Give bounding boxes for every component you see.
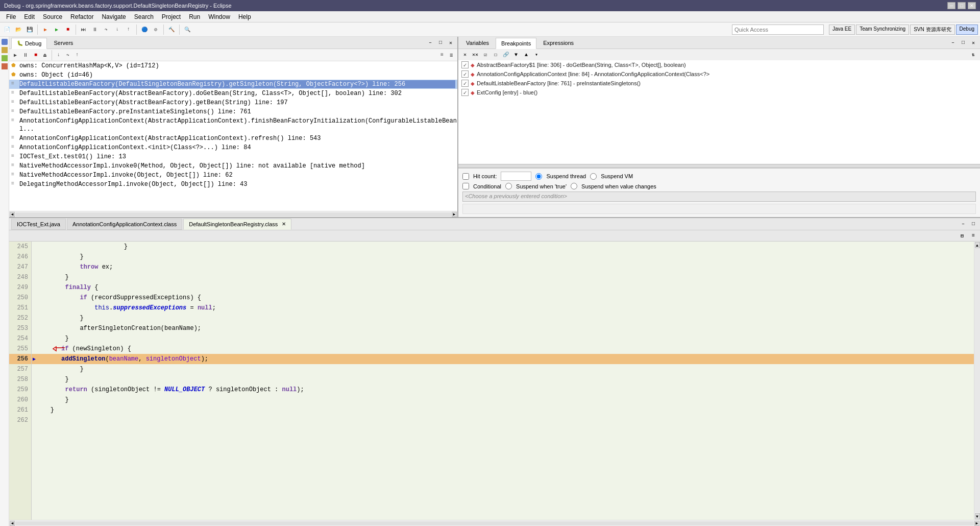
bp-expand-btn[interactable]: ▼ <box>511 50 521 59</box>
sidebar-icon-1[interactable] <box>2 39 8 45</box>
stack-frame-7[interactable]: ≡ IOCTest_Ext.test01() line: 13 <box>9 152 457 161</box>
editor-hscrollbar[interactable]: ◀ ▶ <box>9 520 980 526</box>
line-247[interactable]: 247 <box>9 262 31 272</box>
editor-tab-2[interactable]: DefaultSingletonBeanRegistry.class ✕ <box>183 219 291 230</box>
menu-refactor[interactable]: Refactor <box>66 12 97 21</box>
debug-step-over-btn[interactable]: ↷ <box>64 51 72 60</box>
bp-hitcount-checkbox[interactable] <box>462 173 469 180</box>
bp-checkbox-0[interactable]: ✓ <box>461 61 469 68</box>
line-257[interactable]: 257 <box>9 364 31 374</box>
sidebar-icon-3[interactable] <box>2 55 8 61</box>
bp-panel-close[interactable]: ✕ <box>969 38 978 47</box>
bp-checkbox-3[interactable]: ✓ <box>461 89 469 96</box>
stop-button[interactable]: ■ <box>63 25 73 35</box>
line-254[interactable]: 254 <box>9 333 31 344</box>
debug-button[interactable]: ▶ <box>40 25 51 35</box>
line-251[interactable]: 251 <box>9 303 31 313</box>
line-252[interactable]: 252 <box>9 313 31 323</box>
line-245[interactable]: 245 <box>9 242 31 252</box>
debug-disconnect-btn[interactable]: ⏏ <box>41 51 49 60</box>
stack-frame-0[interactable]: ≡ DefaultListableBeanFactory(DefaultSing… <box>9 80 457 89</box>
line-250[interactable]: 250 <box>9 293 31 303</box>
debug-panel-close[interactable]: ✕ <box>446 38 455 47</box>
bp-checkbox-2[interactable]: ✓ <box>461 80 469 87</box>
close-button[interactable]: ✕ <box>968 2 976 9</box>
code-vscrollbar[interactable]: ▲ ▼ <box>974 242 980 520</box>
debug-hscrollbar[interactable]: ◀ ▶ <box>9 211 457 217</box>
bp-panel-maximize[interactable]: □ <box>959 38 968 47</box>
menu-navigate[interactable]: Navigate <box>97 12 130 21</box>
line-248[interactable]: 248 <box>9 272 31 282</box>
menu-project[interactable]: Project <box>158 12 185 21</box>
debug-stop-btn[interactable]: ■ <box>32 51 40 59</box>
debug-resume-btn[interactable]: ▶ <box>11 51 19 60</box>
scroll-right[interactable]: ▶ <box>452 212 457 217</box>
perspective-svn[interactable]: SVN 资源库研究 <box>910 25 954 35</box>
bp-item-2[interactable]: ✓ ◆ DefaultListableBeanFactory [line: 76… <box>458 79 980 88</box>
stack-frame-5[interactable]: ≡ AnnotationConfigApplicationContext(Abs… <box>9 134 457 143</box>
stack-frame-6[interactable]: ≡ AnnotationConfigApplicationContext.<in… <box>9 143 457 152</box>
bp-suspend-change-radio[interactable] <box>571 183 577 189</box>
bp-item-0[interactable]: ✓ ◆ AbstractBeanFactory$1 [line: 306] - … <box>458 60 980 69</box>
perspective-debug[interactable]: Debug <box>956 25 978 35</box>
quick-access-input[interactable] <box>732 25 824 35</box>
tab-expressions[interactable]: Expressions <box>537 37 579 49</box>
search-button[interactable]: 🔍 <box>182 25 192 35</box>
bp-suspend-vm-radio[interactable] <box>590 173 597 180</box>
bp-settings-btn[interactable]: ▾ <box>532 50 541 59</box>
step-into-button[interactable]: ↓ <box>112 25 122 35</box>
scroll-left[interactable]: ◀ <box>10 212 15 217</box>
bp-enable-all-btn[interactable]: ☑ <box>481 50 490 59</box>
scroll-up[interactable]: ▲ <box>975 242 980 248</box>
debug-panel-minimize[interactable]: – <box>426 38 435 47</box>
bp-resize-handle[interactable] <box>458 164 980 168</box>
bp-collapse-btn[interactable]: ▲ <box>522 50 531 59</box>
step-over-button[interactable]: ↷ <box>101 25 111 35</box>
tab-variables[interactable]: Variables <box>460 37 495 49</box>
maximize-button[interactable]: □ <box>958 2 966 9</box>
menu-file[interactable]: File <box>2 12 20 21</box>
bp-item-1[interactable]: ✓ ◆ AnnotationConfigApplicationContext [… <box>458 69 980 79</box>
bp-remove-all-btn[interactable]: ✕✕ <box>471 50 480 59</box>
stack-owns-2[interactable]: ⬟ owns: Object (id=46) <box>9 70 457 80</box>
tab-debug[interactable]: 🐛 Debug <box>11 38 47 49</box>
debug-panel-maximize[interactable]: □ <box>436 38 445 47</box>
bp-sort-btn[interactable]: ⇅ <box>969 50 978 59</box>
sidebar-icon-2[interactable] <box>2 47 8 53</box>
line-255[interactable]: 255 <box>9 344 31 354</box>
bp-suspend-true-radio[interactable] <box>505 183 512 189</box>
perspective-java-ee[interactable]: Java EE <box>829 25 855 35</box>
menu-edit[interactable]: Edit <box>20 12 39 21</box>
debug-suspend-btn[interactable]: ⏸ <box>20 51 31 60</box>
stack-frame-8[interactable]: ≡ NativeMethodAccessorImpl.invoke0(Metho… <box>9 161 457 171</box>
menu-help[interactable]: Help <box>234 12 255 21</box>
tab-servers[interactable]: Servers <box>48 37 79 49</box>
editor-tab-0[interactable]: IOCTest_Ext.java <box>11 219 66 230</box>
editor-toolbar-btn2[interactable]: ≡ <box>969 231 978 241</box>
line-258[interactable]: 258 <box>9 374 31 385</box>
line-262[interactable]: 262 <box>9 415 31 425</box>
stack-frame-9[interactable]: ≡ NativeMethodAccessorImpl.invoke(Object… <box>9 171 457 180</box>
skip-bp-button[interactable]: ⊘ <box>151 25 161 35</box>
toggle-bp-button[interactable]: 🔵 <box>139 25 150 35</box>
editor-panel-minimize[interactable]: – <box>959 220 968 229</box>
stack-frame-4[interactable]: ≡ AnnotationConfigApplicationContext(Abs… <box>9 116 457 134</box>
debug-collapse-all[interactable]: ≡ <box>438 51 446 60</box>
line-253[interactable]: 253 <box>9 323 31 333</box>
editor-panel-maximize[interactable]: □ <box>969 220 978 229</box>
save-button[interactable]: 💾 <box>24 25 35 35</box>
bp-conditional-checkbox[interactable] <box>462 183 469 189</box>
line-261[interactable]: 261 <box>9 405 31 415</box>
editor-toolbar-btn1[interactable]: ⊞ <box>958 231 967 241</box>
line-249[interactable]: 249 <box>9 282 31 293</box>
debug-expand-all[interactable]: ≣ <box>447 51 455 60</box>
sidebar-icon-4[interactable] <box>2 63 8 69</box>
bp-hitcount-input[interactable] <box>501 172 531 181</box>
editor-scroll-left[interactable]: ◀ <box>10 521 15 526</box>
bp-item-3[interactable]: ✓ ◆ ExtConfig [entry] - blue() <box>458 88 980 97</box>
menu-run[interactable]: Run <box>185 12 204 21</box>
stack-frame-10[interactable]: ≡ DelegatingMethodAccessorImpl.invoke(Ob… <box>9 180 457 189</box>
tab-breakpoints[interactable]: Breakpoints <box>496 38 536 49</box>
stack-frame-1[interactable]: ≡ DefaultListableBeanFactory(AbstractBea… <box>9 89 457 98</box>
bp-disable-all-btn[interactable]: ☐ <box>491 50 500 59</box>
